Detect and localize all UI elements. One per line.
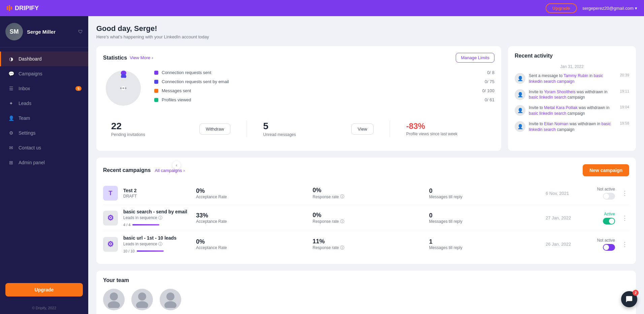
view-button[interactable]: View (351, 124, 374, 135)
activity-item-4: 👤 Invite to Eitan Noiman was withdrawn i… (515, 121, 629, 133)
activity-person-link[interactable]: Yoram Shooltheis (544, 90, 576, 94)
acceptance-rate-2: 33% (196, 212, 307, 219)
pending-number: 22 (111, 121, 122, 131)
campaign-info-2: basic search - send by email Leads in se… (123, 209, 191, 227)
sidebar-item-leads[interactable]: ✦ Leads (0, 96, 88, 111)
main-content: Good day, Serge! Here's what's happening… (88, 16, 644, 314)
inbox-badge: 5 (75, 86, 82, 91)
campaign-toggle-1[interactable] (603, 193, 615, 200)
activity-campaign-link[interactable]: basic linkedin search (529, 95, 566, 100)
status-badge-1: Not active (585, 187, 615, 191)
sidebar-item-campaigns[interactable]: 💬 Campaigns (0, 66, 88, 81)
legend-dot-3 (154, 89, 158, 93)
campaigns-section: Recent campaigns All campaigns › New cam… (96, 158, 636, 264)
view-more-link[interactable]: View More › (130, 55, 153, 60)
greeting-title: Good day, Serge! (96, 24, 636, 33)
activity-campaign-link[interactable]: basic linkedin search (529, 111, 566, 116)
team-icon: 👤 (8, 115, 14, 121)
user-email-dropdown[interactable]: sergeperez20@gmail.com ▾ (582, 6, 637, 11)
sidebar-item-inbox[interactable]: ☰ Inbox 5 (0, 81, 88, 96)
campaigns-title: Recent campaigns (103, 167, 151, 173)
activity-campaign-link[interactable]: basic linkedin search (529, 121, 611, 132)
top-row: Statistics View More › Manage Limits (96, 46, 636, 151)
svg-point-10 (108, 301, 120, 308)
logo-stripes (7, 5, 12, 11)
stats-legend: Connection requests sent 0/ 8 Connection… (154, 70, 494, 106)
info-icon: ⓘ (340, 245, 344, 251)
sidebar-item-label: Dashboard (19, 56, 42, 62)
activity-avatar-2: 👤 (515, 89, 525, 100)
campaign-more-1[interactable]: ⋮ (620, 188, 629, 198)
campaign-more-2[interactable]: ⋮ (620, 213, 629, 223)
team-avatar-1 (103, 289, 125, 310)
toggle-wrap-3: .toggle.off[style] { background: #7c3aed… (585, 244, 615, 251)
campaigns-icon: 💬 (8, 70, 14, 77)
activity-title: Recent activity (515, 53, 553, 59)
greeting-subtitle: Here's what's happening with your Linked… (96, 34, 636, 39)
campaign-status-1: Not active (585, 187, 615, 200)
campaign-stat-messages-2: 0 Messages till reply (429, 212, 540, 224)
manage-limits-button[interactable]: Manage Limits (456, 53, 494, 63)
sidebar-upgrade-button[interactable]: Upgrade (5, 283, 83, 296)
legend-label-4: Profiles viewed (162, 97, 191, 102)
activity-person-link[interactable]: Eitan Noiman (544, 121, 568, 126)
sidebar-item-team[interactable]: 👤 Team (0, 111, 88, 126)
sidebar-item-label: Leads (19, 101, 31, 106)
all-campaigns-link[interactable]: All campaigns › (155, 168, 185, 173)
new-campaign-button[interactable]: New campaign (583, 164, 629, 176)
logo-stripe-2 (9, 5, 10, 11)
sidebar-item-settings[interactable]: ⚙ Settings (0, 126, 88, 140)
statistics-card: Statistics View More › Manage Limits (96, 46, 501, 151)
messages-till-reply-3: 1 (429, 238, 540, 245)
activity-person-link[interactable]: Tammy Rubin (564, 73, 588, 78)
sidebar-item-dashboard[interactable]: ◑ Dashboard (0, 51, 88, 66)
app-name: DRIPIFY (15, 5, 39, 12)
campaign-stat-response-3: 11% Response rate ⓘ (313, 238, 424, 251)
campaign-toggle-2[interactable] (603, 218, 615, 224)
activity-time-3: 19:04 (620, 105, 629, 109)
activity-time-2: 19:11 (620, 89, 629, 93)
sidebar-profile: SM Serge Miller 🛡 (0, 16, 88, 47)
shield-icon: 🛡 (78, 29, 83, 34)
campaign-info-3: basic url - 1st - 10 leads Leads in sequ… (123, 235, 191, 253)
upgrade-button[interactable]: Upgrade (546, 3, 577, 13)
stats-content: Connection requests sent 0/ 8 Connection… (103, 68, 494, 108)
metrics-row: 22 Pending invitations Withdraw 5 Unread… (103, 114, 494, 144)
legend-label-1: Connection requests sent (162, 70, 211, 75)
activity-text-2: Invite to Yoram Shooltheis was withdrawn… (529, 89, 616, 101)
sidebar-item-admin-panel[interactable]: ⊞ Admin panel (0, 155, 88, 170)
pending-label: Pending invitations (111, 132, 191, 137)
campaign-stat-acceptance-1: 0% Acceptance Rate (196, 187, 307, 199)
chat-bubble[interactable]: 2 (621, 291, 637, 307)
activity-person-link[interactable]: Meital Kara Polliak (544, 105, 577, 110)
campaign-more-3[interactable]: ⋮ (620, 239, 629, 249)
status-badge-2: Active (585, 212, 615, 216)
logo-stripe-3 (11, 6, 12, 10)
campaign-icon-3: ⚙ (103, 237, 118, 252)
sidebar-item-label: Campaigns (19, 71, 42, 76)
sidebar-item-contact-us[interactable]: ✉ Contact us (0, 140, 88, 155)
metric-divider-2 (390, 120, 390, 137)
legend-value-4: 0/ 61 (485, 97, 494, 102)
inbox-icon: ☰ (8, 85, 14, 92)
sidebar-collapse-button[interactable]: ‹ (172, 161, 181, 169)
legend-dot-1 (154, 71, 158, 75)
team-title: Your team (103, 277, 629, 283)
chat-icon (625, 295, 633, 303)
campaign-stat-messages-1: 0 Messages till reply (429, 187, 540, 199)
svg-point-11 (138, 292, 146, 301)
info-icon: ⓘ (158, 215, 162, 220)
messages-label-3: Messages till reply (429, 245, 540, 250)
campaign-toggle-3[interactable]: .toggle.off[style] { background: #7c3aed… (603, 244, 615, 251)
sidebar-item-label: Admin panel (19, 160, 45, 165)
page-greeting: Good day, Serge! Here's what's happening… (96, 24, 636, 39)
stats-title-row: Statistics View More › (103, 55, 153, 61)
team-members (103, 289, 629, 313)
copyright: © Dripify, 2022 (0, 302, 88, 314)
campaign-stat-response-1: 0% Response rate ⓘ (313, 187, 424, 200)
acceptance-label-1: Acceptance Rate (196, 195, 307, 199)
team-avatar-2 (131, 289, 153, 310)
withdraw-button[interactable]: Withdraw (199, 124, 230, 135)
legend-value-2: 0/ 75 (485, 79, 494, 84)
campaign-name-2: basic search - send by email (123, 209, 191, 214)
